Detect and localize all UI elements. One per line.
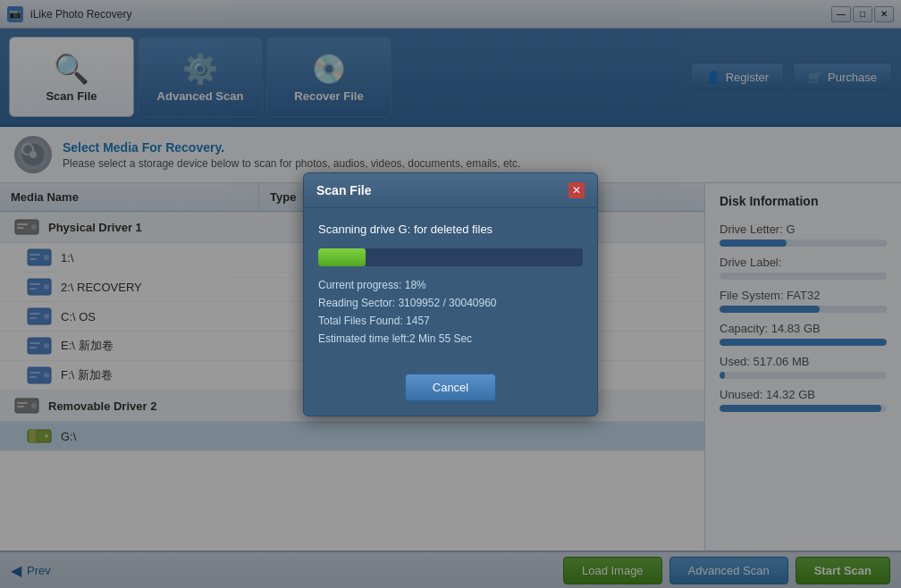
total-files-stat: Total Files Found: 1457 (318, 315, 583, 327)
modal-header: Scan File ✕ (304, 173, 597, 208)
modal-title: Scan File (316, 183, 371, 197)
current-progress-stat: Current progress: 18% (318, 279, 583, 291)
scan-modal: Scan File ✕ Scanning drive G: for delete… (303, 172, 598, 416)
scan-progress-fill (318, 248, 366, 266)
modal-footer: Cancel (304, 365, 597, 416)
scan-modal-overlay: Scan File ✕ Scanning drive G: for delete… (0, 0, 901, 588)
reading-sector-stat: Reading Sector: 3109952 / 30040960 (318, 297, 583, 309)
scan-progress-bar (318, 248, 583, 266)
estimated-time-stat: Estimated time left:2 Min 55 Sec (318, 332, 583, 345)
modal-body: Scanning drive G: for deleted files Curr… (304, 208, 597, 365)
modal-close-button[interactable]: ✕ (568, 182, 585, 198)
modal-scanning-text: Scanning drive G: for deleted files (318, 223, 583, 236)
cancel-scan-button[interactable]: Cancel (405, 374, 496, 401)
